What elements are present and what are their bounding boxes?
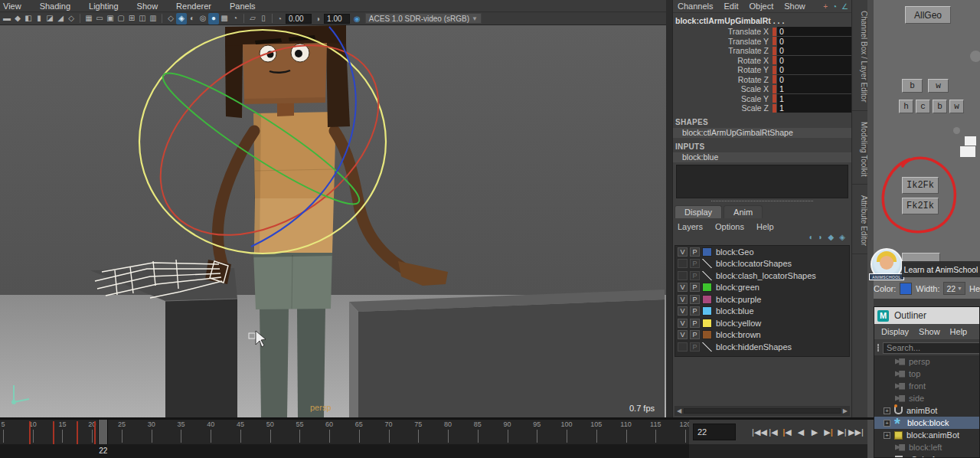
layer-color-swatch[interactable] xyxy=(702,319,712,328)
picker-dot-small[interactable] xyxy=(953,127,960,134)
image-plane-icon[interactable]: ◪ xyxy=(44,13,55,25)
ao-icon[interactable]: ▩ xyxy=(219,13,230,25)
field-chart-icon[interactable]: ⊞ xyxy=(126,13,137,25)
resolution-gate-icon[interactable]: ▣ xyxy=(105,13,116,25)
layer-visibility-toggle[interactable]: V xyxy=(678,295,688,304)
picker-dot[interactable] xyxy=(970,51,980,62)
outliner-item[interactable]: + side xyxy=(874,392,979,404)
search-input[interactable] xyxy=(883,342,980,354)
step-forward-key-button[interactable]: | ▶ xyxy=(822,424,835,440)
grease-pencil-icon[interactable]: ◢ xyxy=(55,13,66,25)
menu-item[interactable]: Layers xyxy=(678,222,703,231)
layer-color-swatch[interactable] xyxy=(702,306,712,316)
panel-divider[interactable] xyxy=(666,0,672,417)
menu-item[interactable]: Lighting xyxy=(89,2,119,11)
sidebar-tab[interactable]: Attribute Editor xyxy=(852,185,868,254)
layer-color-swatch[interactable] xyxy=(702,342,712,352)
bookmark-icon[interactable]: ▮ xyxy=(34,13,44,25)
layer-move-down-icon[interactable]: ◗ xyxy=(818,233,823,241)
menu-item[interactable]: Object xyxy=(749,2,773,11)
current-frame-field[interactable] xyxy=(693,424,736,440)
playhead[interactable] xyxy=(98,420,108,444)
attribute-value-field[interactable]: 1 xyxy=(777,84,851,93)
width-dropdown[interactable]: 22 ▼ xyxy=(943,282,965,295)
menu-item[interactable]: Help xyxy=(950,327,968,336)
viewport-canvas[interactable] xyxy=(0,25,666,417)
menu-item[interactable]: Panels xyxy=(230,2,256,11)
play-backwards-button[interactable]: ◀ xyxy=(794,424,808,440)
panel-splitter-handle[interactable] xyxy=(711,201,813,201)
layer-playback-toggle[interactable]: P xyxy=(690,295,700,304)
xray-icon[interactable]: ▱ xyxy=(247,13,258,25)
layer-visibility-toggle[interactable]: V xyxy=(678,330,688,339)
layer-playback-toggle[interactable]: P xyxy=(690,259,700,268)
attribute-value-field[interactable]: 0 xyxy=(777,37,851,46)
isolate-select-icon[interactable]: ▯ xyxy=(258,13,269,25)
layer-visibility-toggle[interactable]: V xyxy=(678,306,688,316)
picker-w-button[interactable]: w xyxy=(928,79,949,93)
layer-playback-toggle[interactable]: P xyxy=(690,271,700,280)
exposure-field[interactable] xyxy=(286,14,312,24)
layer-visibility-toggle[interactable] xyxy=(678,342,688,352)
film-gate-icon[interactable]: ▭ xyxy=(94,13,105,25)
menu-item[interactable]: View xyxy=(3,2,21,11)
selected-object-name[interactable]: block:ctlArmUpGimbalRt . . . xyxy=(673,13,851,27)
safe-action-icon[interactable]: ◫ xyxy=(137,13,148,25)
attribute-value-field[interactable]: 0 xyxy=(777,65,851,74)
attribute-value-field[interactable]: 0 xyxy=(777,46,851,55)
color-swatch[interactable] xyxy=(900,283,912,295)
scroll-right-icon[interactable]: ▶ xyxy=(843,407,848,414)
sidebar-tab[interactable]: Modeling Toolkit xyxy=(852,111,868,185)
exposure-icon[interactable]: ◔ xyxy=(277,15,282,23)
menu-item[interactable]: Shading xyxy=(40,2,70,11)
layer-playback-toggle[interactable]: P xyxy=(690,283,700,292)
layer-row[interactable]: V P block:yellow xyxy=(675,317,849,329)
menu-item[interactable]: Renderer xyxy=(176,2,211,11)
picker-h-button[interactable]: h xyxy=(899,100,913,113)
attribute-value-field[interactable]: 0 xyxy=(777,27,851,36)
menu-item[interactable]: Show xyxy=(784,2,805,11)
pedestal-right[interactable] xyxy=(349,290,665,417)
snap-icon[interactable]: ◇ xyxy=(66,13,77,25)
picker-b2-button[interactable]: b xyxy=(933,100,947,113)
motion-blur-icon[interactable]: ◔ xyxy=(230,13,240,25)
view-transform-icon[interactable]: ◉ xyxy=(354,15,361,23)
picker-w2-button[interactable]: w xyxy=(949,100,964,113)
layer-color-swatch[interactable] xyxy=(702,247,712,257)
layer-row[interactable]: V P block:blue xyxy=(675,306,849,318)
layer-row[interactable]: V P block:green xyxy=(675,282,849,294)
colorspace-dropdown[interactable]: ACES 1.0 SDR-video (sRGB) ▼ xyxy=(365,13,482,24)
layer-row[interactable]: V P block:Geo xyxy=(675,246,849,258)
expand-icon[interactable]: + xyxy=(884,420,890,427)
menu-item[interactable]: Help xyxy=(756,222,774,231)
layer-playback-toggle[interactable]: P xyxy=(690,306,700,316)
outliner-item[interactable]: + persp xyxy=(874,355,979,368)
picker-b-button[interactable]: b xyxy=(902,79,923,93)
gate-mask-icon[interactable]: ▢ xyxy=(116,13,126,25)
layer-visibility-toggle[interactable]: V xyxy=(678,319,688,328)
grid-icon[interactable]: ▦ xyxy=(83,13,94,25)
snap-axis-icon[interactable]: + xyxy=(823,2,828,11)
picker-square-2[interactable] xyxy=(960,146,975,157)
shadows-icon[interactable]: ● xyxy=(208,13,219,25)
layer-new-icon[interactable]: ◆ xyxy=(828,233,835,241)
step-back-key-button[interactable]: | ◀ xyxy=(780,424,794,440)
gamma-icon[interactable]: ◑ xyxy=(315,15,320,23)
go-to-start-button[interactable]: | ◀◀ xyxy=(753,424,766,440)
expand-icon[interactable]: + xyxy=(884,432,890,439)
menu-item[interactable]: Options xyxy=(715,222,744,231)
menu-item[interactable]: Display xyxy=(881,327,909,336)
channel-box-scrollbar[interactable]: ◀ ▶ xyxy=(675,406,850,416)
layer-visibility-toggle[interactable] xyxy=(678,271,688,280)
layer-playback-toggle[interactable]: P xyxy=(690,330,700,339)
layer-row[interactable]: P block:hiddenShapes xyxy=(675,341,849,353)
layer-row[interactable]: V P block:purple xyxy=(675,293,849,306)
ik2fk-button[interactable]: Ik2Fk xyxy=(902,177,939,194)
menu-item[interactable]: Show xyxy=(137,2,158,11)
outliner-item[interactable]: + pCube1 xyxy=(874,453,979,458)
layer-color-swatch[interactable] xyxy=(702,259,712,268)
outliner-item[interactable]: + block:block xyxy=(874,417,979,429)
picker-square[interactable] xyxy=(965,136,976,146)
layer-playback-toggle[interactable]: P xyxy=(690,319,700,328)
attribute-value-field[interactable]: 1 xyxy=(777,103,851,113)
